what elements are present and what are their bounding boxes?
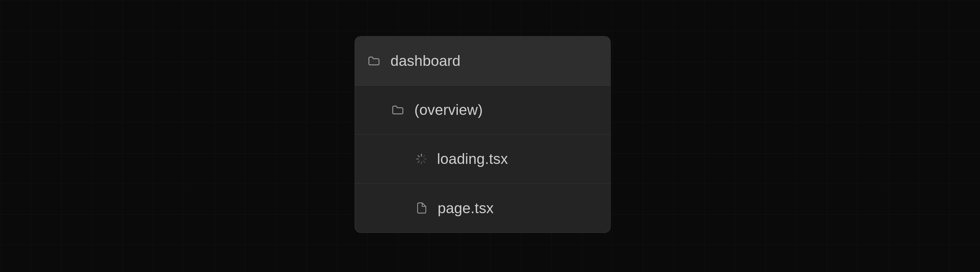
svg-line-7 (423, 155, 425, 156)
file-icon (415, 202, 428, 214)
tree-label: page.tsx (438, 200, 494, 216)
spinner-icon (415, 153, 427, 165)
tree-row-dashboard[interactable]: dashboard (355, 37, 610, 86)
tree-row-page[interactable]: page.tsx (355, 183, 610, 232)
svg-line-6 (418, 161, 419, 162)
svg-line-2 (418, 155, 419, 156)
file-tree-panel: dashboard (overview) loading.tsx (355, 36, 611, 233)
tree-row-overview[interactable]: (overview) (355, 86, 610, 134)
folder-icon (367, 54, 381, 68)
folder-icon (391, 103, 404, 117)
tree-label: (overview) (414, 102, 483, 118)
tree-row-loading[interactable]: loading.tsx (355, 134, 610, 183)
tree-label: loading.tsx (437, 150, 508, 167)
tree-label: dashboard (390, 52, 461, 69)
svg-line-3 (423, 161, 425, 162)
